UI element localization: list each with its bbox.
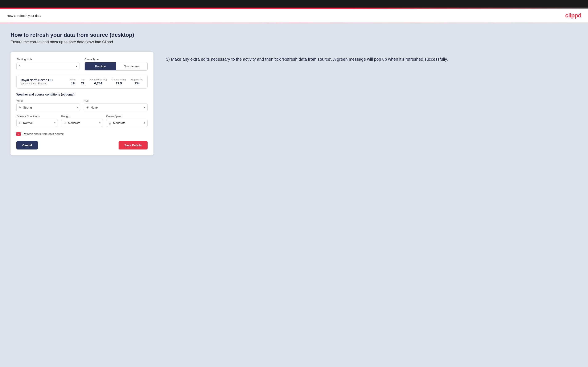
form-panel: Starting Hole 1 ▾ Game Type Practice Tou… (10, 52, 154, 155)
tournament-button[interactable]: Tournament (116, 62, 147, 70)
course-rating-label: Course rating (112, 78, 126, 81)
wind-icon: ≋ (19, 105, 21, 109)
rain-icon: ☀ (86, 105, 89, 109)
rough-select[interactable]: ⊙ Moderate ▾ (61, 119, 103, 127)
save-button[interactable]: Save Details (119, 141, 148, 150)
rough-field: Rough ⊙ Moderate ▾ (61, 115, 103, 127)
fairway-field: Fairway Conditions ⊙ Normal ▾ (16, 115, 58, 127)
conditions-grid: Fairway Conditions ⊙ Normal ▾ Rough ⊙ Mo… (16, 115, 147, 127)
fairway-icon: ⊙ (19, 121, 21, 125)
holes-value: 18 (70, 82, 76, 85)
rain-value: None (91, 106, 142, 109)
par-label: Par (81, 78, 85, 81)
course-stat-slope: Slope rating 134 (131, 78, 143, 85)
course-stat-par: Par 72 (81, 78, 85, 85)
fairway-select[interactable]: ⊙ Normal ▾ (16, 119, 58, 127)
holes-label: Holes (70, 78, 76, 81)
fairway-dropdown-icon: ▾ (54, 122, 55, 124)
header: How to refresh your data clippd (0, 9, 588, 23)
slope-rating-label: Slope rating (131, 78, 143, 81)
green-speed-select[interactable]: ◎ Moderate ▾ (106, 119, 147, 127)
refresh-checkbox-label: Refresh shots from data source (23, 132, 64, 136)
fairway-value: Normal (23, 121, 52, 125)
button-row: Cancel Save Details (16, 141, 147, 150)
weather-grid: Wind ≋ Strong ▾ Rain ☀ None ▾ (16, 99, 147, 111)
game-type-buttons: Practice Tournament (85, 62, 147, 71)
checkbox-row: Refresh shots from data source (16, 132, 147, 136)
fairway-label: Fairway Conditions (16, 115, 58, 118)
green-speed-value: Moderate (113, 121, 142, 125)
course-stat-yards: Yards/White (M)) 6,744 (90, 78, 107, 85)
rough-label: Rough (61, 115, 103, 118)
green-speed-field: Green Speed ◎ Moderate ▾ (106, 115, 147, 127)
green-speed-icon: ◎ (108, 121, 112, 125)
rain-dropdown-icon: ▾ (144, 106, 145, 109)
par-value: 72 (81, 82, 85, 85)
course-stat-rating: Course rating 72.5 (112, 78, 126, 85)
header-title: How to refresh your data (7, 14, 41, 17)
wind-label: Wind (16, 99, 80, 102)
course-stat-holes: Holes 18 (70, 78, 76, 85)
course-name-sub: Westward Ho!, England (21, 82, 65, 85)
instruction-text: 3) Make any extra edits necessary to the… (166, 56, 578, 63)
yards-value: 6,744 (90, 82, 107, 85)
refresh-checkbox[interactable] (16, 132, 21, 136)
wind-field: Wind ≋ Strong ▾ (16, 99, 80, 111)
green-speed-label: Green Speed (106, 115, 147, 118)
rough-dropdown-icon: ▾ (99, 122, 101, 124)
wind-dropdown-icon: ▾ (77, 106, 78, 109)
starting-hole-select-wrapper[interactable]: 1 ▾ (16, 62, 79, 70)
starting-hole-select[interactable]: 1 (17, 62, 79, 70)
game-type-field: Game Type Practice Tournament (85, 58, 147, 71)
wind-select[interactable]: ≋ Strong ▾ (16, 103, 80, 111)
course-rating-value: 72.5 (112, 82, 126, 85)
main-content: How to refresh your data from source (de… (0, 23, 588, 367)
rough-value: Moderate (68, 121, 97, 125)
course-name-block: Royal North Devon GC, Westward Ho!, Engl… (21, 78, 65, 85)
cancel-button[interactable]: Cancel (16, 141, 38, 150)
page-heading: How to refresh your data from source (de… (10, 32, 578, 38)
game-type-label: Game Type (85, 58, 147, 61)
page-subheading: Ensure the correct and most up to date d… (10, 40, 578, 44)
green-speed-dropdown-icon: ▾ (144, 122, 145, 124)
weather-section-title: Weather and course conditions (optional) (16, 93, 147, 96)
instruction-panel: 3) Make any extra edits necessary to the… (166, 52, 578, 63)
rain-select[interactable]: ☀ None ▾ (84, 103, 147, 111)
course-name-main: Royal North Devon GC, (21, 78, 65, 82)
logo: clippd (565, 12, 581, 19)
rain-label: Rain (84, 99, 147, 102)
rain-field: Rain ☀ None ▾ (84, 99, 147, 111)
content-row: Starting Hole 1 ▾ Game Type Practice Tou… (10, 52, 578, 155)
starting-hole-field: Starting Hole 1 ▾ (16, 58, 79, 71)
practice-button[interactable]: Practice (85, 62, 116, 70)
rough-icon: ⊙ (63, 121, 66, 125)
wind-value: Strong (23, 106, 75, 109)
course-info-box: Royal North Devon GC, Westward Ho!, Engl… (16, 75, 147, 89)
starting-hole-label: Starting Hole (16, 58, 79, 61)
yards-label: Yards/White (M)) (90, 78, 107, 81)
top-bar (0, 0, 588, 8)
weather-section: Weather and course conditions (optional)… (16, 93, 147, 127)
top-form-row: Starting Hole 1 ▾ Game Type Practice Tou… (16, 58, 147, 71)
slope-rating-value: 134 (131, 82, 143, 85)
